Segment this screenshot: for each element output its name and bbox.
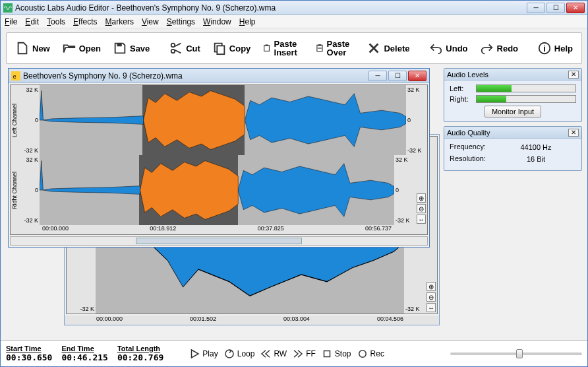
transport-bar: Start Time00:30.650 End Time00:46.215 To… xyxy=(1,340,587,366)
menu-edit[interactable]: Edit xyxy=(25,17,39,26)
waveform-right-channel[interactable] xyxy=(40,155,394,225)
zoom-fit-button[interactable]: ↔ xyxy=(417,215,426,224)
save-button[interactable]: Save xyxy=(108,38,154,59)
menu-file[interactable]: File xyxy=(5,17,17,26)
menu-view[interactable]: View xyxy=(142,17,159,26)
app-icon xyxy=(3,3,13,13)
amplitude-scale-left-r: 32 K0-32 K xyxy=(406,85,427,155)
right-label: Right: xyxy=(450,95,473,103)
menu-settings[interactable]: Settings xyxy=(167,17,195,26)
delete-button[interactable]: Delete xyxy=(362,38,414,59)
zoom-out-button[interactable]: ⊖ xyxy=(417,204,426,213)
svg-rect-7 xyxy=(266,45,268,46)
time-ruler: 00:00.00000:18.91200:37.82500:56.737 xyxy=(11,225,427,234)
amplitude-scale-right-l: 32 K0-32 K xyxy=(18,155,40,225)
svg-point-2 xyxy=(171,50,175,53)
fastforward-button[interactable]: FF xyxy=(292,348,316,360)
svg-rect-6 xyxy=(264,46,270,51)
channel-label-right: Ridht Channel xyxy=(11,155,18,225)
paste-insert-icon xyxy=(262,41,271,55)
waveform-left-channel[interactable] xyxy=(40,85,406,155)
rewind-button[interactable]: RW xyxy=(260,348,287,360)
paste-insert-button[interactable]: Paste Insert xyxy=(258,36,307,60)
doc-close-button[interactable]: ✕ xyxy=(408,71,426,81)
audio-levels-panel: Audio Levels✕ Left: Right: Monitor Input xyxy=(444,68,582,122)
close-button[interactable]: ✕ xyxy=(566,3,585,13)
maximize-button[interactable]: ☐ xyxy=(546,3,565,13)
panel-close-button[interactable]: ✕ xyxy=(568,129,579,137)
titlebar: Acoustic Labs Audio Editor - Beethoven's… xyxy=(1,1,587,15)
stop-button[interactable]: Stop xyxy=(321,348,351,360)
horizontal-scrollbar[interactable] xyxy=(10,236,428,246)
cut-button[interactable]: Cut xyxy=(164,38,205,59)
svg-point-14 xyxy=(225,350,233,358)
menu-window[interactable]: Window xyxy=(203,17,231,26)
play-icon xyxy=(189,348,200,360)
menu-effects[interactable]: Effects xyxy=(73,17,97,26)
active-document-window[interactable]: e Beethoven's Symphony No. 9 (Scherzo).w… xyxy=(8,68,430,248)
amplitude-scale-left: 32 K0-32 K xyxy=(18,85,40,155)
svg-point-16 xyxy=(359,350,366,357)
record-icon xyxy=(357,348,368,360)
side-panels: Audio Levels✕ Left: Right: Monitor Input… xyxy=(444,68,582,340)
panel-title: Audio Levels xyxy=(447,71,568,79)
scrollbar-thumb[interactable] xyxy=(136,238,303,244)
ff-icon xyxy=(292,348,304,360)
undo-button[interactable]: Undo xyxy=(424,38,472,59)
waveform-right-svg xyxy=(40,155,394,225)
paste-over-button[interactable]: Paste Over xyxy=(310,36,360,60)
left-label: Left: xyxy=(450,84,473,92)
right-meter-fill xyxy=(477,96,506,102)
monitor-input-button[interactable]: Monitor Input xyxy=(485,106,541,117)
total-length-field: Total Length00:20.769 xyxy=(117,345,163,362)
record-button[interactable]: Rec xyxy=(357,348,384,360)
loop-button[interactable]: Loop xyxy=(223,348,255,360)
svg-text:i: i xyxy=(543,44,546,53)
svg-point-3 xyxy=(171,44,175,48)
resolution-value: 16 Bit xyxy=(496,154,576,164)
main-window: Acoustic Labs Audio Editor - Beethoven's… xyxy=(0,0,588,367)
help-button[interactable]: iHelp xyxy=(533,38,577,59)
resolution-label: Resolution: xyxy=(450,154,496,164)
rewind-icon xyxy=(260,348,272,360)
window-title: Acoustic Labs Audio Editor - Beethoven's… xyxy=(15,3,527,13)
document-title: Beethoven's Symphony No. 9 (Scherzo).wma xyxy=(23,71,368,81)
mdi-area: Ridht Channel 32 K0-32 K 32 K0-32 K ⊕ ⊖ … xyxy=(6,68,440,340)
channel-label-left: Left Channel xyxy=(11,85,18,155)
doc-icon: e xyxy=(11,71,20,81)
doc-minimize-button[interactable]: ─ xyxy=(368,71,387,81)
floppy-icon xyxy=(113,41,127,55)
menu-tools[interactable]: Tools xyxy=(47,17,65,26)
zoom-fit-button[interactable]: ↔ xyxy=(426,303,436,312)
play-button[interactable]: Play xyxy=(189,348,218,360)
stop-icon xyxy=(321,348,333,360)
paste-over-icon xyxy=(315,41,324,55)
audio-quality-panel: Audio Quality✕ Frequency:44100 Hz Resolu… xyxy=(444,126,582,171)
svg-text:e: e xyxy=(13,73,16,79)
zoom-out-button[interactable]: ⊖ xyxy=(426,292,436,302)
panel-title: Audio Quality xyxy=(447,129,568,137)
svg-rect-5 xyxy=(217,46,224,54)
zoom-in-button[interactable]: ⊕ xyxy=(426,282,436,291)
slider-knob[interactable] xyxy=(516,349,523,358)
redo-icon xyxy=(480,41,494,55)
open-button[interactable]: Open xyxy=(57,38,105,59)
waveform-area: Left Channel 32 K0-32 K 32 K0-32 K xyxy=(10,84,428,235)
svg-rect-9 xyxy=(318,44,321,46)
panel-close-button[interactable]: ✕ xyxy=(568,71,579,79)
doc-maximize-button[interactable]: ☐ xyxy=(388,71,407,81)
zoom-in-button[interactable]: ⊕ xyxy=(417,193,426,203)
waveform-left-svg xyxy=(40,85,406,155)
svg-rect-1 xyxy=(117,44,121,47)
menu-markers[interactable]: Markers xyxy=(105,17,134,26)
copy-button[interactable]: Copy xyxy=(208,38,256,59)
menubar: File Edit Tools Effects Markers View Set… xyxy=(1,15,587,28)
position-slider[interactable] xyxy=(450,352,582,355)
redo-button[interactable]: Redo xyxy=(475,38,523,59)
start-time-field: Start Time00:30.650 xyxy=(6,345,52,362)
time-ruler: 00:00.00000:01.50200:03.00400:04.506 xyxy=(65,316,439,325)
menu-help[interactable]: Help xyxy=(239,17,256,26)
new-button[interactable]: New xyxy=(11,38,55,59)
minimize-button[interactable]: ─ xyxy=(527,3,545,13)
info-icon: i xyxy=(537,41,552,55)
